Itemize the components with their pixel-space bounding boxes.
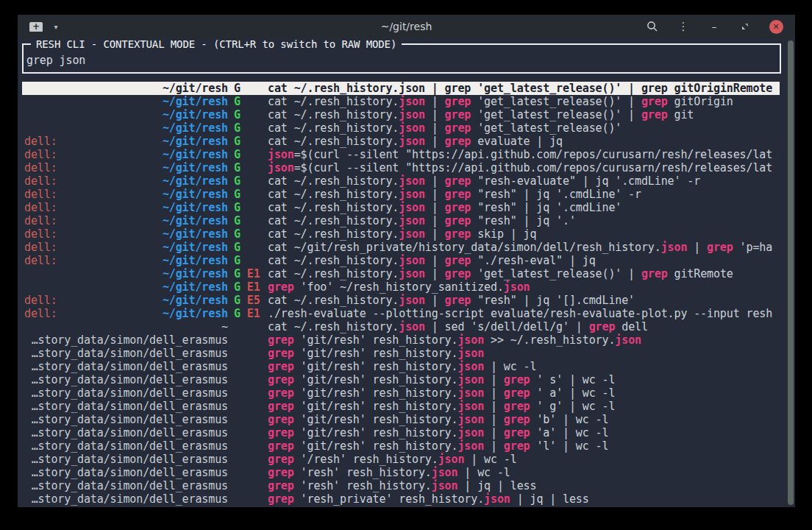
row-flags	[228, 320, 268, 333]
command-text: json	[504, 280, 530, 294]
command-text: | jq | less	[457, 479, 536, 492]
menu-button[interactable]: ⋮	[673, 17, 694, 36]
history-row[interactable]: dell:~/git/reshGcat ~/git/resh_private/h…	[22, 241, 780, 254]
command-text: json	[484, 492, 510, 506]
new-tab-button[interactable]: +	[26, 18, 46, 35]
command-text: grep	[445, 254, 471, 267]
row-host-dir: …story_data/simon/dell_erasmus	[24, 492, 228, 506]
history-row[interactable]: dell:~/git/reshGcat ~/.resh_history.json…	[22, 254, 780, 267]
history-row[interactable]: dell:~/git/reshGjson=$(curl --silent "ht…	[22, 148, 780, 161]
history-row[interactable]: ~/git/reshGcat ~/.resh_history.json | gr…	[22, 95, 780, 108]
history-row[interactable]: dell:~/git/reshGjson=$(curl --silent "ht…	[22, 161, 780, 174]
history-row[interactable]: dell:~/git/reshGcat ~/.resh_history.json…	[22, 188, 780, 201]
search-button[interactable]	[642, 17, 663, 36]
history-row[interactable]: …story_data/simon/dell_erasmusgrep 'git/…	[22, 426, 780, 439]
minimize-button[interactable]: –	[704, 17, 724, 36]
row-command: cat ~/.resh_history.json | grep 'get_lat…	[268, 121, 780, 135]
row-flags	[228, 347, 268, 360]
history-row[interactable]: dell:~/git/reshGcat ~/.resh_history.json…	[22, 214, 780, 227]
history-row[interactable]: ~cat ~/.resh_history.json | sed 's/dell/…	[22, 320, 780, 333]
history-row[interactable]: dell:~/git/reshGcat ~/.resh_history.json…	[22, 174, 780, 188]
row-command: grep 'git/resh' resh_history.json | grep…	[268, 413, 780, 426]
command-text: 'resh' resh_history.	[294, 479, 432, 492]
row-command: cat ~/git/resh_private/history_data/simo…	[268, 241, 780, 254]
history-row[interactable]: dell:~/git/reshGcat ~/.resh_history.json…	[22, 135, 780, 148]
history-row[interactable]: …story_data/simon/dell_erasmusgrep 'git/…	[22, 347, 780, 360]
row-host-dir: …story_data/simon/dell_erasmus	[24, 413, 228, 426]
history-row[interactable]: …story_data/simon/dell_erasmusgrep 'resh…	[22, 492, 780, 506]
close-button[interactable]: ✕	[766, 17, 786, 36]
row-command: cat ~/.resh_history.json | grep skip | j…	[268, 227, 780, 241]
history-row[interactable]: dell:~/git/reshGcat ~/.resh_history.json…	[22, 201, 780, 214]
command-text: 'git/resh' resh_history.	[294, 373, 458, 386]
row-flags: G	[228, 241, 268, 254]
command-text: json	[432, 479, 458, 492]
command-text: | sed 's/dell/dell/g' |	[425, 320, 589, 333]
row-command: grep 'git/resh' resh_history.json | grep…	[268, 400, 780, 413]
row-command: cat ~/.resh_history.json | grep evaluate…	[268, 135, 780, 148]
command-text: json	[457, 386, 484, 400]
command-text: gitOrigin	[668, 95, 733, 108]
history-row[interactable]: …story_data/simon/dell_erasmusgrep 'git/…	[22, 400, 780, 413]
command-text: 'git/resh' resh_history.	[294, 347, 458, 360]
command-text: json	[438, 453, 465, 466]
row-host-dir: dell:~/git/resh	[24, 188, 228, 201]
row-command: grep 'git/resh' resh_history.json | grep…	[268, 373, 780, 386]
command-text: >> ~/.resh_history.	[484, 333, 615, 347]
restore-button[interactable]	[735, 17, 755, 36]
history-row[interactable]: ~/git/reshGcat ~/.resh_history.json | gr…	[22, 108, 780, 121]
history-row[interactable]: dell:~/git/reshG E5cat ~/.resh_history.j…	[22, 294, 780, 307]
command-text: dell	[615, 320, 648, 333]
history-row[interactable]: …story_data/simon/dell_erasmusgrep 'git/…	[22, 360, 780, 373]
history-row[interactable]: …story_data/simon/dell_erasmusgrep 'git/…	[22, 413, 780, 426]
flag-git: G	[234, 174, 241, 188]
row-directory: …story_data/simon/dell_erasmus	[32, 453, 228, 466]
titlebar[interactable]: + ▾ ~/git/resh ⋮ –	[18, 15, 795, 38]
command-text: cat ~/git/resh_private/history_data/simo…	[268, 241, 661, 254]
history-row[interactable]: …story_data/simon/dell_erasmusgrep 'git/…	[22, 333, 780, 347]
history-row[interactable]: …story_data/simon/dell_erasmusgrep 'git/…	[22, 373, 780, 386]
command-text: "resh" | jq '.cmdLine' -r	[471, 188, 641, 201]
tab-dropdown-button[interactable]: ▾	[49, 18, 63, 35]
command-text: ' a' | wc -l	[530, 386, 615, 400]
history-row[interactable]: ~/git/reshGcat ~/.resh_history.json | gr…	[22, 121, 780, 135]
history-row[interactable]: …story_data/simon/dell_erasmusgrep 'git/…	[22, 439, 780, 453]
row-command: grep '/resh' resh_history.json | wc -l	[268, 453, 780, 466]
flag-git: G	[234, 214, 241, 227]
history-row[interactable]: dell:~/git/reshG E1./resh-evaluate --plo…	[22, 307, 780, 320]
row-flags: G E1	[228, 267, 268, 280]
search-query-input[interactable]: grep json	[26, 54, 780, 67]
command-text: 'get_latest_release()' |	[471, 267, 641, 280]
history-row[interactable]: dell:~/git/reshGcat ~/.resh_history.json…	[22, 227, 780, 241]
row-host: dell:	[24, 188, 57, 201]
row-host-dir: …story_data/simon/dell_erasmus	[24, 373, 228, 386]
history-row[interactable]: ~/git/reshGcat ~/.resh_history.json | gr…	[22, 82, 780, 95]
command-text: |	[425, 214, 445, 227]
row-host: dell:	[24, 241, 57, 254]
history-row[interactable]: ~/git/reshG E1grep 'foo' ~/resh_history_…	[22, 280, 780, 294]
scrollbar-thumb[interactable]	[788, 40, 794, 505]
row-flags	[228, 479, 268, 492]
history-row[interactable]: ~/git/reshG E1cat ~/.resh_history.json |…	[22, 267, 780, 280]
command-text: grep	[268, 453, 294, 466]
row-host: dell:	[24, 214, 57, 227]
history-row[interactable]: …story_data/simon/dell_erasmusgrep '/res…	[22, 453, 780, 466]
flag-git: G	[234, 121, 241, 135]
command-text: 'foo' ~/resh_history_sanitized.	[294, 280, 504, 294]
history-row[interactable]: …story_data/simon/dell_erasmusgrep 'resh…	[22, 466, 780, 479]
row-directory: ~/git/resh	[163, 121, 228, 135]
command-text: json	[399, 174, 425, 188]
history-row[interactable]: …story_data/simon/dell_erasmusgrep 'resh…	[22, 479, 780, 492]
command-text: 'b' | wc -l	[530, 413, 608, 426]
flag-git: G	[234, 254, 241, 267]
command-text: |	[425, 108, 445, 121]
command-text: json	[399, 320, 425, 333]
row-host-dir: dell:~/git/resh	[24, 307, 228, 320]
command-text: "resh" | jq '.cmdLine'	[471, 201, 622, 214]
flag-git: G	[234, 280, 241, 294]
resh-query-box: RESH CLI - CONTEXTUAL MODE - (CTRL+R to …	[22, 43, 781, 74]
row-command: grep 'resh' resh_history.json | wc -l	[268, 466, 780, 479]
history-row[interactable]: …story_data/simon/dell_erasmusgrep 'git/…	[22, 386, 780, 400]
command-text: grep	[504, 400, 530, 413]
row-host-dir: dell:~/git/resh	[24, 294, 228, 307]
